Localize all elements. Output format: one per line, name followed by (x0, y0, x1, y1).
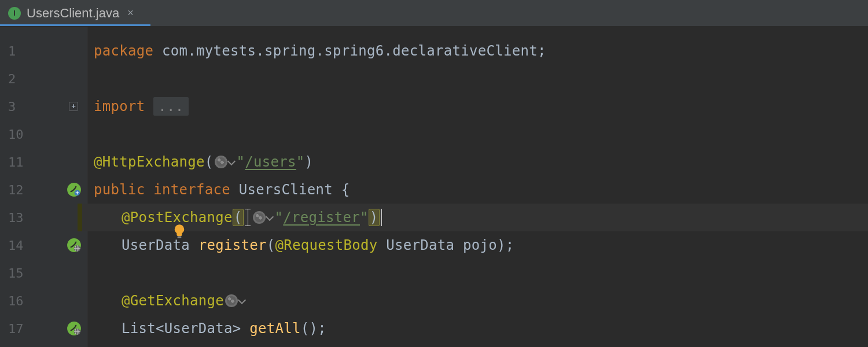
code-line-active[interactable]: @PostExchange("/register") (87, 204, 868, 231)
gutter-row: 17 (0, 315, 87, 342)
line-number[interactable]: 16 (0, 294, 62, 308)
text-cursor-icon (244, 209, 252, 226)
url-navigate-icon[interactable] (253, 211, 273, 224)
code-line[interactable]: public interface UsersClient { (87, 176, 868, 204)
line-number[interactable]: 17 (0, 322, 62, 336)
line-number[interactable]: 2 (0, 72, 62, 86)
token-type: List (122, 320, 156, 337)
code-line[interactable]: @GetExchange (87, 287, 868, 315)
chevron-down-icon (265, 213, 273, 221)
change-marker (78, 204, 82, 231)
code-line[interactable] (87, 120, 868, 148)
line-number[interactable]: 14 (0, 238, 62, 253)
chevron-down-icon (238, 296, 246, 304)
token-annotation: @RequestBody (275, 237, 378, 253)
gutter-row: 12 (0, 176, 87, 204)
token-type: UserData (122, 237, 198, 253)
code-line[interactable]: UserData register(@RequestBody UserData … (87, 231, 868, 259)
line-number[interactable]: 12 (0, 183, 62, 197)
code-line[interactable]: @HttpExchange("/users") (87, 148, 868, 176)
gutter-row: 10 (0, 120, 87, 148)
spring-bean-icon[interactable] (66, 182, 82, 198)
gutter-row: 3+ (0, 93, 87, 120)
editor-caret (381, 209, 382, 226)
line-number[interactable]: 13 (0, 211, 62, 225)
token-keyword: public (94, 182, 145, 198)
url-navigate-icon[interactable] (225, 294, 245, 307)
token-package: com.mytests.spring.spring6.declarativeCl… (153, 43, 538, 59)
token-annotation: @GetExchange (122, 293, 224, 309)
tab-bar: I UsersClient.java × (0, 0, 868, 27)
globe-icon (253, 211, 266, 224)
globe-icon (215, 156, 227, 168)
interface-file-icon: I (8, 7, 21, 20)
gutter-row: 14 (0, 231, 87, 259)
token-method: register (198, 237, 267, 253)
gutter-row: 1 (0, 37, 87, 65)
url-path-link[interactable]: /users (245, 154, 296, 170)
code-line[interactable]: List<UserData> getAll(); (87, 315, 868, 342)
token-annotation: @HttpExchange (94, 154, 205, 170)
line-number[interactable]: 10 (0, 127, 62, 142)
editor-root: I UsersClient.java × 1 2 3+ 10 11 12 13 … (0, 0, 868, 347)
token-keyword: package (94, 43, 153, 59)
code-line[interactable] (87, 259, 868, 287)
fold-expand-icon[interactable]: + (66, 98, 82, 115)
url-navigate-icon[interactable] (215, 156, 234, 168)
close-tab-icon[interactable]: × (127, 7, 134, 19)
code-line[interactable]: import ... (87, 93, 868, 120)
gutter-row: 16 (0, 287, 87, 315)
token-keyword: import (94, 98, 145, 115)
token-type: UsersClient (230, 182, 341, 198)
gutter-row: 2 (0, 65, 87, 93)
gutter-row: 11 (0, 148, 87, 176)
spring-web-icon[interactable] (66, 320, 82, 337)
gutter-row: 15 (0, 259, 87, 287)
tab-title: UsersClient.java (27, 6, 119, 21)
code-line[interactable]: package com.mytests.spring.spring6.decla… (87, 37, 868, 65)
code-line[interactable] (87, 65, 868, 93)
url-path-link[interactable]: /register (283, 209, 360, 226)
token-keyword: interface (145, 182, 231, 198)
chevron-down-icon (227, 157, 235, 165)
folded-region[interactable]: ... (153, 97, 188, 116)
gutter-row: 13 (0, 204, 87, 231)
token-method: getAll (249, 320, 301, 337)
line-number[interactable]: 15 (0, 266, 62, 280)
code-area[interactable]: package com.mytests.spring.spring6.decla… (87, 27, 868, 347)
line-number[interactable]: 1 (0, 44, 62, 58)
spring-web-icon[interactable] (66, 237, 82, 253)
line-number[interactable]: 3 (0, 99, 62, 114)
editor-area: 1 2 3+ 10 11 12 13 14 15 16 17 package c… (0, 27, 868, 347)
line-number[interactable]: 11 (0, 155, 62, 169)
file-tab-usersclient[interactable]: I UsersClient.java × (0, 0, 150, 26)
gutter: 1 2 3+ 10 11 12 13 14 15 16 17 (0, 27, 87, 347)
globe-icon (225, 294, 238, 307)
